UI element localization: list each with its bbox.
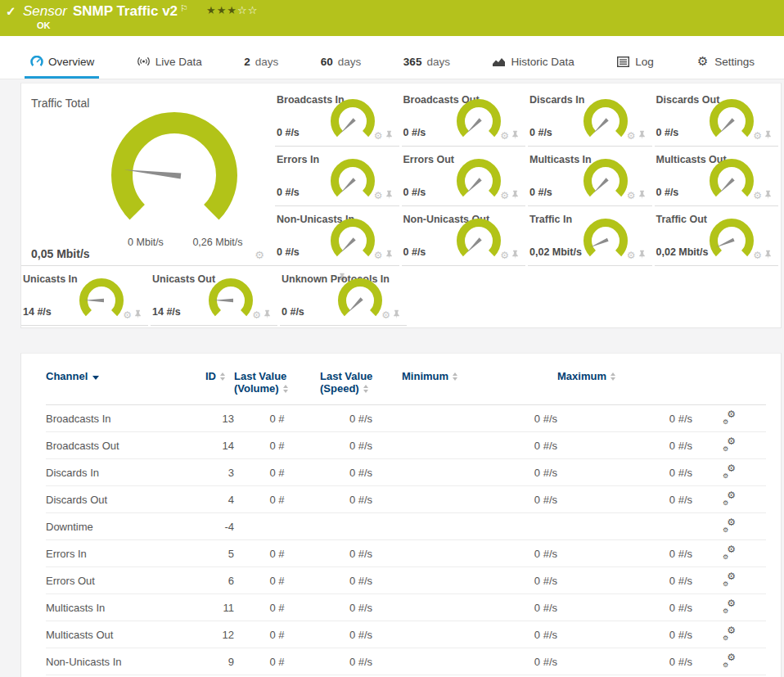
gauge-tile-errors-in[interactable]: Errors In0 #/s⚙ <box>275 147 399 206</box>
gear-icon[interactable]: ⚙ <box>627 250 636 260</box>
star-filled-icon[interactable]: ★ <box>217 4 228 16</box>
edit-channel-gears-icon[interactable]: ⚙⚙ <box>723 573 736 586</box>
pin-icon[interactable] <box>638 188 646 203</box>
channel-name[interactable]: Non-Unicasts In <box>46 648 205 675</box>
tab-settings[interactable]: ⚙Settings <box>691 55 759 79</box>
tab-live-data[interactable]: Live Data <box>132 55 207 79</box>
gear-icon[interactable]: ⚙ <box>753 191 762 201</box>
edit-channel-gears-icon[interactable]: ⚙⚙ <box>723 465 736 478</box>
edit-channel-gears-icon[interactable]: ⚙⚙ <box>723 519 736 532</box>
gear-icon[interactable]: ⚙ <box>627 131 636 141</box>
gauge-tile-discards-out[interactable]: Discards Out0 #/s⚙ <box>655 87 779 147</box>
edit-channel-gears-icon[interactable]: ⚙⚙ <box>723 411 736 424</box>
pin-icon[interactable] <box>264 308 271 323</box>
edit-channel-gears-icon[interactable]: ⚙⚙ <box>723 627 736 640</box>
pin-icon[interactable] <box>134 308 142 323</box>
tab-overview[interactable]: Overview <box>25 55 99 79</box>
gear-icon[interactable]: ⚙ <box>255 250 264 260</box>
gauge-tile-unicasts-in[interactable]: Unicasts In14 #/s⚙ <box>21 266 148 326</box>
star-empty-icon[interactable]: ☆ <box>248 4 259 16</box>
sort-arrows-icon[interactable] <box>611 372 615 381</box>
channel-name[interactable]: Errors In <box>46 540 205 567</box>
channel-row-broadcasts-out: Broadcasts Out140 #0 #/s0 #/s0 #/s⚙⚙ <box>46 432 766 459</box>
gear-icon[interactable]: ⚙ <box>381 310 390 320</box>
gear-icon[interactable]: ⚙ <box>627 191 636 201</box>
gear-icon[interactable]: ⚙ <box>500 131 509 141</box>
gauge-title: Unicasts In <box>23 273 78 285</box>
column-header-min[interactable]: Minimum <box>402 354 557 405</box>
pin-icon[interactable] <box>638 129 646 143</box>
gauge-tile-errors-out[interactable]: Errors Out0 #/s⚙ <box>402 147 526 206</box>
channel-row-multicasts-out: Multicasts Out120 #0 #/s0 #/s0 #/s⚙⚙ <box>46 621 766 648</box>
pin-icon[interactable] <box>511 188 519 203</box>
edit-channel-gears-icon[interactable]: ⚙⚙ <box>723 492 736 505</box>
gauge-tile-multicasts-in[interactable]: Multicasts In0 #/s⚙ <box>528 147 652 206</box>
last-value-speed: 0 #/s <box>320 648 402 675</box>
pin-icon[interactable] <box>764 248 772 263</box>
gear-icon[interactable]: ⚙ <box>753 131 762 141</box>
channel-name[interactable]: Multicasts In <box>46 594 205 621</box>
pin-icon[interactable] <box>638 248 646 263</box>
pin-icon[interactable] <box>385 129 393 143</box>
channel-name[interactable]: Errors Out <box>46 567 205 594</box>
column-header-channel[interactable]: Channel <box>46 354 205 405</box>
column-header-speed[interactable]: Last Value(Speed) <box>320 354 402 405</box>
column-header-id[interactable]: ID <box>205 354 234 405</box>
gauge-tile-unicasts-out[interactable]: Unicasts Out14 #/s⚙ <box>151 266 277 326</box>
gauge-tile-discards-in[interactable]: Discards In0 #/s⚙ <box>528 87 652 147</box>
channel-name[interactable]: Discards Out <box>46 486 205 513</box>
gauge-value: 0 #/s <box>277 246 300 258</box>
channel-name[interactable]: Broadcasts In <box>46 405 205 432</box>
gear-icon[interactable]: ⚙ <box>374 250 383 260</box>
pin-icon[interactable] <box>385 188 393 203</box>
pin-icon[interactable] <box>385 248 393 263</box>
channel-name[interactable]: Broadcasts Out <box>46 432 205 459</box>
gear-icon[interactable]: ⚙ <box>753 250 762 260</box>
gauge-tile-traffic-out[interactable]: Traffic Out0,02 Mbit/s⚙ <box>655 206 779 266</box>
gear-icon[interactable]: ⚙ <box>374 131 383 141</box>
edit-channel-gears-icon[interactable]: ⚙⚙ <box>723 438 736 451</box>
minimum-value: 0 #/s <box>402 648 557 675</box>
sort-arrows-icon[interactable] <box>220 372 225 381</box>
priority-stars[interactable]: ★★★☆☆ <box>206 4 258 16</box>
channel-id: 14 <box>205 432 234 459</box>
channel-name[interactable]: Discards In <box>46 459 205 486</box>
gear-icon[interactable]: ⚙ <box>500 191 509 201</box>
star-filled-icon[interactable]: ★ <box>206 4 217 16</box>
column-header-volume[interactable]: Last Value(Volume) <box>234 354 320 405</box>
gear-icon[interactable]: ⚙ <box>123 310 132 320</box>
gauge-tile-traffic-in[interactable]: Traffic In0,02 Mbit/s⚙ <box>528 206 652 266</box>
pin-icon[interactable] <box>393 308 400 323</box>
star-filled-icon[interactable]: ★ <box>227 4 237 16</box>
tab-2-days[interactable]: 2days <box>239 56 283 79</box>
star-empty-icon[interactable]: ☆ <box>237 4 248 16</box>
edit-channel-gears-icon[interactable]: ⚙⚙ <box>723 654 736 667</box>
pin-icon[interactable] <box>511 248 519 263</box>
tab-60-days[interactable]: 60days <box>316 56 367 79</box>
sort-arrows-icon[interactable] <box>363 385 368 393</box>
gauge-tile-broadcasts-in[interactable]: Broadcasts In0 #/s⚙ <box>275 87 399 147</box>
sort-arrows-icon[interactable] <box>283 385 288 393</box>
channel-name[interactable]: Multicasts Out <box>46 621 205 648</box>
column-header-max[interactable]: Maximum <box>557 354 692 405</box>
gear-icon[interactable]: ⚙ <box>252 310 261 320</box>
gear-icon[interactable]: ⚙ <box>374 191 383 201</box>
tab-log[interactable]: Log <box>611 55 659 79</box>
gauge-tile-traffic-total[interactable]: Traffic Total 0 Mbit/s 0,26 Mbit/s 0,05 … <box>21 87 275 266</box>
tab-365-days[interactable]: 365days <box>399 56 455 79</box>
pin-icon[interactable] <box>764 188 772 203</box>
sort-arrows-icon[interactable] <box>453 372 457 381</box>
channel-name[interactable]: Downtime <box>46 513 205 540</box>
gauge-tile-multicasts-out[interactable]: Multicasts Out0 #/s⚙ <box>655 147 779 206</box>
gear-icon[interactable]: ⚙ <box>500 250 509 260</box>
gauge-tile-unknown-protocols-in[interactable]: Unknown Protocols In0 #/s⚙ <box>280 266 407 326</box>
pin-icon[interactable] <box>764 129 772 143</box>
gauge-tile-non-unicasts-out[interactable]: Non-Unicasts Out0 #/s⚙ <box>402 206 526 266</box>
edit-channel-gears-icon[interactable]: ⚙⚙ <box>723 600 736 613</box>
edit-channel-gears-icon[interactable]: ⚙⚙ <box>723 546 736 559</box>
gauge-tile-broadcasts-out[interactable]: Broadcasts Out0 #/s⚙ <box>402 87 526 147</box>
flag-icon[interactable]: ⚐ <box>180 3 188 13</box>
tab-historic-data[interactable]: Historic Data <box>487 55 579 79</box>
gauge-tile-non-unicasts-in[interactable]: Non-Unicasts In0 #/s⚙ <box>275 206 399 266</box>
pin-icon[interactable] <box>511 129 519 143</box>
